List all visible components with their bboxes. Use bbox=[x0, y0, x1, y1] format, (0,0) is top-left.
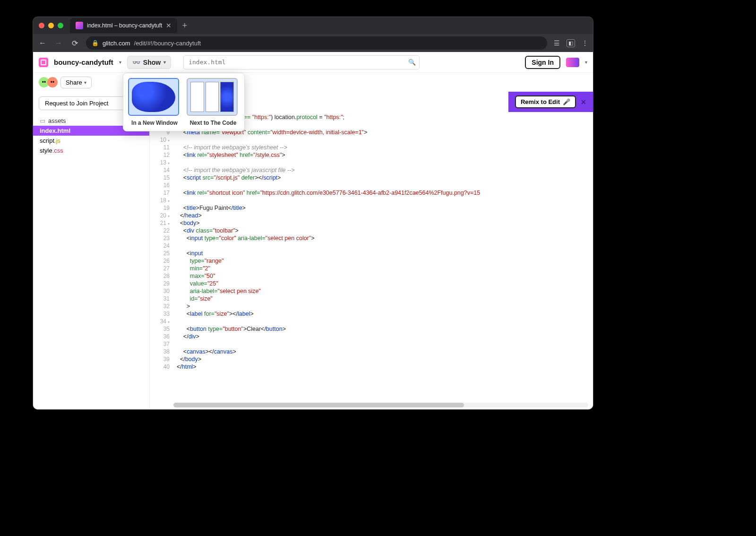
show-dropdown: In a New Window Next to The Code bbox=[123, 73, 245, 131]
chevron-down-icon: ▾ bbox=[163, 60, 166, 65]
show-label: Show bbox=[143, 59, 161, 66]
code-content[interactable]: protocol !== "https:") location.protocol… bbox=[173, 106, 593, 400]
remix-banner: Remix to Edit🎤 ✕ bbox=[508, 92, 593, 112]
signin-button[interactable]: Sign In bbox=[525, 56, 560, 69]
new-window-preview-icon bbox=[128, 78, 179, 116]
app-topbar: bouncy-candytuft ▾ 👓 Show ▾ 🔍 Sign In ▾ bbox=[33, 52, 593, 73]
collab-bar: •• •• Share▾ bbox=[33, 73, 593, 92]
chevron-down-icon: ▾ bbox=[84, 80, 86, 85]
file-style-css[interactable]: style.css bbox=[33, 146, 149, 156]
reload-icon[interactable]: ⟳ bbox=[70, 39, 79, 48]
new-tab-button[interactable]: + bbox=[182, 21, 187, 31]
project-menu-chevron-icon[interactable]: ▾ bbox=[119, 60, 121, 65]
folder-icon: ▭ bbox=[40, 117, 45, 124]
presence-avatars[interactable]: •• •• bbox=[39, 77, 56, 87]
file-script-js[interactable]: script.js bbox=[33, 136, 149, 146]
split-preview-icon bbox=[187, 78, 238, 116]
show-option-next-to-code[interactable]: Next to The Code bbox=[187, 78, 240, 126]
show-button[interactable]: 👓 Show ▾ bbox=[127, 56, 171, 69]
forward-icon[interactable]: → bbox=[54, 39, 63, 47]
search-input[interactable] bbox=[183, 55, 420, 69]
share-button[interactable]: Share▾ bbox=[60, 77, 92, 88]
avatar-icon[interactable] bbox=[566, 58, 579, 67]
code-editor[interactable]: Remix to Edit🎤 ✕ 37891011121314151617181… bbox=[149, 92, 593, 409]
close-tab-icon[interactable]: ✕ bbox=[166, 22, 172, 29]
microphone-icon: 🎤 bbox=[563, 98, 570, 105]
close-banner-icon[interactable]: ✕ bbox=[581, 98, 586, 106]
profile-icon[interactable]: ◧ bbox=[567, 39, 575, 47]
lock-icon: 🔒 bbox=[92, 40, 99, 46]
maximize-window-icon[interactable] bbox=[58, 23, 63, 28]
traffic-lights bbox=[39, 23, 63, 28]
glitch-app: bouncy-candytuft ▾ 👓 Show ▾ 🔍 Sign In ▾ … bbox=[33, 52, 593, 409]
line-gutter: 3789101112131415161718192021222324252627… bbox=[150, 106, 173, 409]
presence-avatar-2: •• bbox=[47, 77, 58, 87]
browser-toolbar: ← → ⟳ 🔒 glitch.com/edit/#!/bouncy-candyt… bbox=[33, 34, 593, 52]
horizontal-scrollbar[interactable] bbox=[173, 403, 588, 407]
menu-icon[interactable]: ⋮ bbox=[582, 39, 588, 47]
browser-tab[interactable]: index.html – bouncy-candytuft ✕ bbox=[70, 18, 177, 33]
glasses-icon: 👓 bbox=[132, 59, 140, 66]
url-path: /edit/#!/bouncy-candytuft bbox=[134, 40, 201, 47]
glitch-logo-icon[interactable] bbox=[39, 58, 48, 67]
browser-window: index.html – bouncy-candytuft ✕ + ← → ⟳ … bbox=[33, 17, 593, 409]
tab-favicon bbox=[76, 22, 83, 29]
tab-title: index.html – bouncy-candytuft bbox=[87, 22, 162, 29]
minimize-window-icon[interactable] bbox=[48, 23, 54, 28]
scrollbar-thumb[interactable] bbox=[173, 403, 464, 407]
address-bar[interactable]: 🔒 glitch.com/edit/#!/bouncy-candytuft bbox=[86, 36, 547, 50]
back-icon[interactable]: ← bbox=[38, 39, 47, 47]
window-titlebar: index.html – bouncy-candytuft ✕ + bbox=[33, 17, 593, 34]
project-name[interactable]: bouncy-candytuft bbox=[54, 58, 113, 66]
search-field[interactable]: 🔍 bbox=[183, 55, 420, 69]
search-icon[interactable]: 🔍 bbox=[408, 59, 416, 66]
avatar-chevron-icon[interactable]: ▾ bbox=[585, 60, 587, 65]
reader-icon[interactable]: ☰ bbox=[554, 39, 560, 47]
url-host: glitch.com bbox=[103, 40, 130, 47]
remix-to-edit-button[interactable]: Remix to Edit🎤 bbox=[515, 95, 576, 108]
close-window-icon[interactable] bbox=[39, 23, 44, 28]
show-option-new-window[interactable]: In a New Window bbox=[128, 78, 181, 126]
file-sidebar: Request to Join Project ▭assets index.ht… bbox=[33, 92, 149, 409]
